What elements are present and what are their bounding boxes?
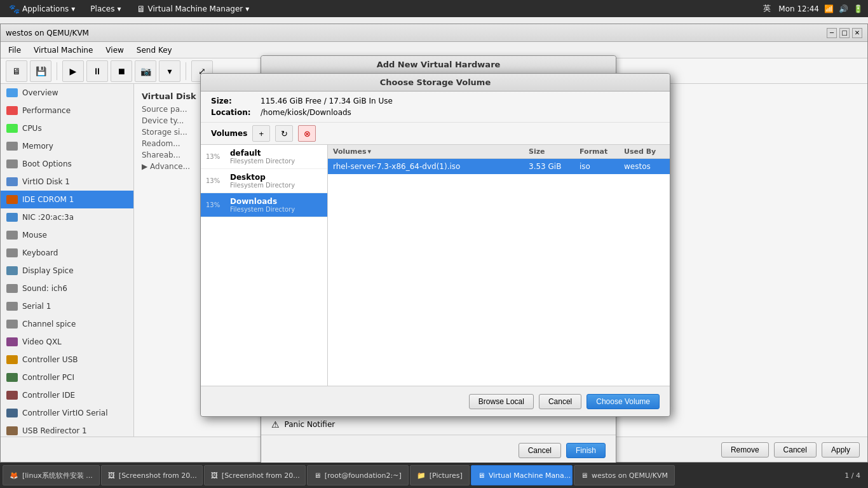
places-chevron-icon: ▾ [118,4,121,13]
image-icon-1: 🖼 [108,471,115,480]
vol-name: rhel-server-7.3-x86_64-dvd(1).iso [328,159,524,174]
virtio-icon [6,177,18,187]
sidebar-item-usb-redirector[interactable]: USB Redirector 1 [1,422,133,437]
menu-virtual-machine[interactable]: Virtual Machine [29,44,98,56]
taskbar-terminal[interactable]: 🖥 [root@foundation2:~] [307,465,409,485]
sidebar-item-controller-virtio-serial[interactable]: Controller VirtIO Serial [1,404,133,422]
vm-manager-menu[interactable]: 🖥 Virtual Machine Manager ▾ [133,3,254,15]
sidebar-label-virtio-serial: Controller VirtIO Serial [22,409,108,417]
sidebar-item-ide-cdrom[interactable]: IDE CDROM 1 [1,191,133,208]
vol-format: iso [574,159,619,174]
remove-button[interactable]: Remove [721,442,769,458]
sidebar-item-display-spice[interactable]: Display Spice [1,262,133,280]
sidebar-item-virtio-disk[interactable]: VirtIO Disk 1 [1,173,133,191]
taskbar-screenshot-2[interactable]: 🖼 [Screenshot from 20... [204,465,306,485]
sidebar-item-performance[interactable]: Performance [1,102,133,119]
pool-name-default: default [230,149,295,158]
add-hw-finish-btn[interactable]: Finish [566,443,606,458]
add-hw-titlebar: Add New Virtual Hardware [261,56,616,74]
sidebar-item-serial[interactable]: Serial 1 [1,297,133,315]
volumes-refresh-btn[interactable]: ↻ [275,125,293,142]
usb-button[interactable]: 💾 [30,60,51,82]
sidebar-label-overview: Overview [22,88,58,97]
ide-icon [6,390,18,400]
taskbar-linux-label: [linux系统软件安装 ... [22,471,93,480]
choose-storage-bottom: Browse Local Cancel Choose Volume [201,386,670,416]
sidebar-label-cdrom: IDE CDROM 1 [22,195,74,204]
sidebar-label-serial: Serial 1 [22,302,51,311]
westos-icon: 🖥 [581,471,588,480]
sidebar-item-sound[interactable]: Sound: ich6 [1,280,133,297]
cdrom-icon [6,194,18,205]
applications-menu[interactable]: 🐾 Applications ▾ [5,3,79,15]
maximize-button[interactable]: □ [839,28,850,38]
nic-icon [6,212,18,222]
pci-icon [6,372,18,383]
sidebar-label-video: Video QXL [22,337,62,346]
location-label: Location: [211,108,255,117]
vm-manager-label: Virtual Machine Manager [148,4,243,13]
play-button[interactable]: ▶ [62,60,84,82]
places-menu[interactable]: Places ▾ [86,3,125,15]
col-format: Format [574,145,619,158]
pool-item-default[interactable]: 13% default Filesystem Directory [201,145,327,169]
volumes-list: rhel-server-7.3-x86_64-dvd(1).iso 3.53 G… [328,159,670,386]
sidebar-item-controller-pci[interactable]: Controller PCI [1,369,133,386]
apply-button[interactable]: Apply [822,442,860,458]
image-icon-2: 🖼 [211,471,218,480]
sidebar-item-video-qxl[interactable]: Video QXL [1,333,133,351]
sidebar-item-controller-usb[interactable]: Controller USB [1,351,133,369]
stop-button[interactable]: ⏹ [111,60,132,82]
menu-send-key[interactable]: Send Key [132,44,177,56]
cancel-button[interactable]: Cancel [774,442,817,458]
sidebar-item-keyboard[interactable]: Keyboard [1,244,133,262]
sidebar-label-display: Display Spice [22,266,74,275]
sidebar-item-boot-options[interactable]: Boot Options [1,155,133,173]
taskbar-screenshot-1[interactable]: 🖼 [Screenshot from 20... [101,465,203,485]
storage-main: 13% default Filesystem Directory 13% Des… [201,144,670,386]
sidebar-item-cpus[interactable]: CPUs [1,119,133,137]
sidebar-item-channel-spice[interactable]: Channel spice [1,315,133,333]
sidebar-item-nic[interactable]: NIC :20:ac:3a [1,208,133,226]
menu-view[interactable]: View [100,44,128,56]
pool-item-downloads[interactable]: 13% Downloads Filesystem Directory [201,193,327,217]
pause-button[interactable]: ⏸ [86,60,108,82]
language-indicator[interactable]: 英 [761,2,773,15]
menu-file[interactable]: File [3,44,26,56]
location-value: /home/kiosk/Downloads [261,108,660,117]
taskbar-terminal-label: [root@foundation2:~] [325,471,402,480]
vm-chevron-icon: ▾ [245,4,249,13]
taskbar-linux-install[interactable]: 🦊 [linux系统软件安装 ... [3,465,100,485]
performance-icon [6,105,18,116]
sidebar-label-ide: Controller IDE [22,391,75,400]
choose-volume-button[interactable]: Choose Volume [587,394,660,409]
boot-icon [6,159,18,169]
sidebar-item-memory[interactable]: Memory [1,137,133,155]
taskbar-pictures[interactable]: 📁 [Pictures] [410,465,470,485]
close-button[interactable]: ✕ [852,28,862,38]
minimize-button[interactable]: ─ [827,28,837,38]
video-icon [6,337,18,347]
monitor-button[interactable]: 🖥 [6,60,27,82]
browse-local-button[interactable]: Browse Local [469,394,534,409]
taskbar-westos[interactable]: 🖥 westos on QEMU/KVM [574,465,675,485]
taskbar-vm-manager[interactable]: 🖥 Virtual Machine Mana... [471,465,573,485]
volumes-delete-btn[interactable]: ⊗ [298,125,316,142]
pool-item-desktop[interactable]: 13% Desktop Filesystem Directory [201,169,327,193]
add-hw-title: Add New Virtual Hardware [377,60,501,69]
choose-storage-titlebar: Choose Storage Volume [201,74,670,92]
dropdown-button[interactable]: ▾ [159,60,180,82]
screenshot-button[interactable]: 📷 [135,60,156,82]
volumes-add-btn[interactable]: + [252,125,270,142]
sidebar-item-mouse[interactable]: Mouse [1,226,133,244]
volumes-header-bar: Volumes + ↻ ⊗ [201,122,670,144]
sidebar-label-cpus: CPUs [22,124,42,133]
sidebar-item-controller-ide[interactable]: Controller IDE [1,386,133,404]
pool-name-downloads: Downloads [230,197,295,206]
volume-row[interactable]: rhel-server-7.3-x86_64-dvd(1).iso 3.53 G… [328,159,670,174]
toolbar-separator [57,62,57,80]
sidebar-item-overview[interactable]: Overview [1,84,133,102]
taskbar-screenshot1-label: [Screenshot from 20... [119,471,197,480]
storage-cancel-button[interactable]: Cancel [539,394,581,409]
add-hw-cancel-btn[interactable]: Cancel [519,443,561,458]
